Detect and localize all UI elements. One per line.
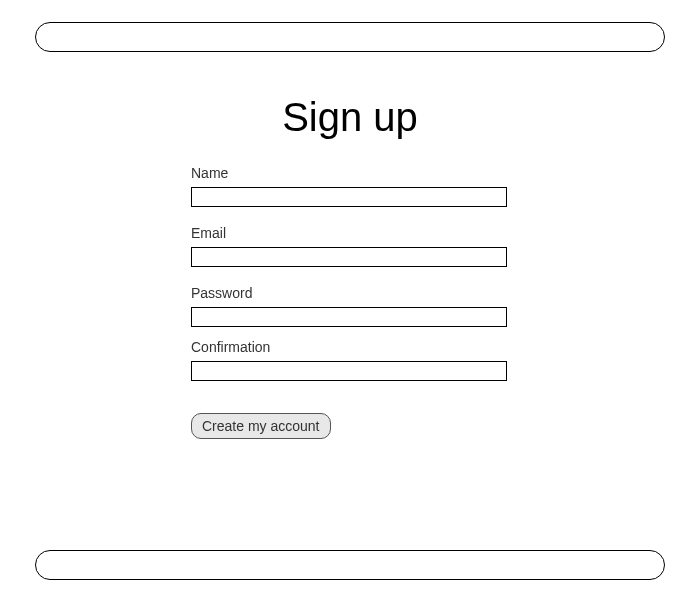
name-label: Name: [191, 165, 509, 181]
page-title: Sign up: [0, 95, 700, 140]
signup-form: Name Email Password Confirmation Create …: [191, 165, 509, 439]
bottom-bar: [35, 550, 665, 580]
email-group: Email: [191, 225, 509, 267]
top-bar: [35, 22, 665, 52]
email-label: Email: [191, 225, 509, 241]
password-label: Password: [191, 285, 509, 301]
confirmation-group: Confirmation: [191, 339, 509, 381]
email-input[interactable]: [191, 247, 507, 267]
create-account-button[interactable]: Create my account: [191, 413, 331, 439]
main-content: Sign up Name Email Password Confirmation…: [0, 95, 700, 439]
submit-row: Create my account: [191, 413, 509, 439]
password-input[interactable]: [191, 307, 507, 327]
name-input[interactable]: [191, 187, 507, 207]
confirmation-input[interactable]: [191, 361, 507, 381]
name-group: Name: [191, 165, 509, 207]
password-group: Password: [191, 285, 509, 327]
confirmation-label: Confirmation: [191, 339, 509, 355]
